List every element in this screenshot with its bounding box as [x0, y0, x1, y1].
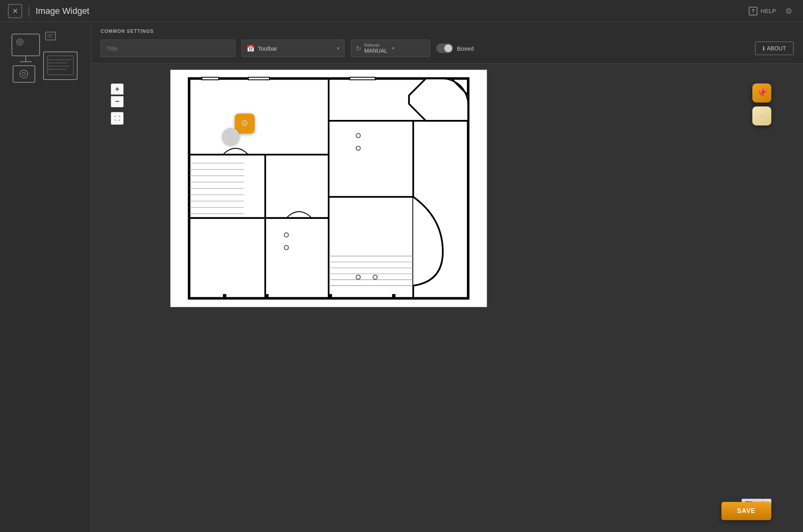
svg-rect-49	[329, 294, 332, 298]
widget-preview-icon	[10, 30, 81, 86]
svg-rect-48	[265, 294, 269, 298]
zoom-in-icon: +	[115, 85, 120, 93]
help-icon: ?	[749, 7, 757, 15]
about-icon: ℹ	[763, 45, 765, 51]
sidebar-svg	[10, 30, 81, 86]
refresh-label: Refresh	[364, 43, 387, 48]
zoom-controls: + − ⛶	[111, 84, 124, 125]
gray-marker[interactable]: 🌡	[222, 128, 240, 145]
canvas-area: + − ⛶	[91, 64, 803, 532]
svg-rect-0	[12, 34, 40, 56]
refresh-icon: ↻	[356, 45, 361, 52]
settings-bar: COMMON SETTINGS 📅 Toolbar ▾ ↻ Refresh MA…	[91, 22, 803, 64]
zoom-in-button[interactable]: +	[111, 84, 124, 95]
zoom-out-icon: −	[115, 97, 120, 106]
header: ✕ Image Widget ? HELP ⚙	[0, 0, 803, 22]
close-icon: ✕	[12, 7, 18, 15]
right-float-buttons: 📌 +	[752, 84, 771, 125]
floorplan-container: ⚙ 🌡	[170, 70, 487, 307]
svg-rect-5	[46, 32, 55, 40]
main-container: COMMON SETTINGS 📅 Toolbar ▾ ↻ Refresh MA…	[0, 22, 803, 532]
toolbar-label: Toolbar	[258, 45, 334, 52]
svg-rect-52	[248, 77, 269, 80]
pin-icon: 📌	[757, 88, 767, 98]
fullscreen-button[interactable]: ⛶	[111, 112, 124, 125]
svg-rect-9	[48, 56, 73, 75]
svg-point-16	[22, 72, 25, 76]
help-button[interactable]: ? HELP	[749, 7, 776, 15]
toolbar-arrow: ▾	[337, 46, 339, 51]
add-marker-icon: +	[759, 111, 765, 121]
sidebar	[0, 22, 91, 532]
toolbar-icon: 📅	[247, 45, 255, 52]
boxed-toggle[interactable]	[436, 44, 453, 53]
svg-rect-51	[202, 77, 219, 80]
help-label: HELP	[761, 8, 776, 14]
pin-button[interactable]: 📌	[752, 84, 771, 103]
toolbar-dropdown[interactable]: 📅 Toolbar ▾	[242, 40, 344, 57]
refresh-value: MANUAL	[364, 48, 387, 54]
svg-point-15	[20, 70, 28, 78]
toggle-knob	[444, 44, 452, 52]
svg-point-3	[17, 39, 23, 45]
orange-marker[interactable]: ⚙	[235, 114, 255, 133]
refresh-arrow: ▾	[392, 46, 394, 51]
about-button[interactable]: ℹ ABOUT	[755, 42, 793, 55]
header-divider	[29, 5, 29, 17]
refresh-dropdown[interactable]: ↻ Refresh MANUAL ▾	[351, 40, 430, 57]
floorplan-svg	[171, 70, 487, 307]
gear-icon: ⚙	[785, 6, 792, 16]
gray-marker-icon: 🌡	[227, 133, 234, 141]
zoom-out-button[interactable]: −	[111, 96, 124, 107]
svg-rect-53	[350, 77, 375, 80]
save-button[interactable]: SAVE	[721, 502, 771, 520]
gear-button[interactable]: ⚙	[782, 5, 795, 17]
boxed-control: Boxed	[436, 44, 474, 53]
close-button[interactable]: ✕	[8, 4, 22, 18]
refresh-text-group: Refresh MANUAL	[364, 43, 387, 54]
page-title: Image Widget	[36, 6, 89, 16]
about-label: ABOUT	[767, 45, 786, 51]
settings-controls: 📅 Toolbar ▾ ↻ Refresh MANUAL ▾	[101, 40, 793, 57]
orange-marker-icon: ⚙	[241, 118, 249, 129]
content-area: COMMON SETTINGS 📅 Toolbar ▾ ↻ Refresh MA…	[91, 22, 803, 532]
fullscreen-icon: ⛶	[114, 115, 120, 122]
settings-label: COMMON SETTINGS	[101, 28, 793, 34]
svg-rect-50	[392, 294, 396, 298]
svg-rect-14	[13, 66, 35, 82]
add-marker-button[interactable]: +	[752, 106, 771, 125]
svg-rect-47	[223, 294, 226, 298]
svg-point-4	[19, 41, 21, 43]
boxed-label: Boxed	[457, 45, 474, 52]
title-input[interactable]	[101, 40, 235, 57]
